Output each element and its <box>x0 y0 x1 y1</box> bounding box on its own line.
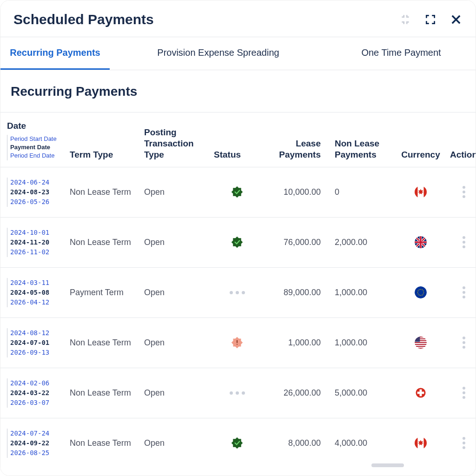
date-block: 2024-10-01 2024-11-20 2026-11-02 <box>7 228 70 257</box>
posting-type: Open <box>144 388 214 398</box>
exit-fullscreen-icon[interactable] <box>399 13 411 26</box>
tabs: Recurring Payments Provision Expense Spr… <box>0 37 476 70</box>
date-block: 2024-06-24 2024-08-23 2026-05-26 <box>7 178 70 207</box>
period-start-date: 2024-08-12 <box>10 328 70 338</box>
currency-flag-icon <box>395 186 446 198</box>
svg-point-17 <box>420 295 421 296</box>
svg-point-20 <box>417 292 418 293</box>
table-row: 2024-06-24 2024-08-23 2026-05-26 Non Lea… <box>0 167 476 218</box>
row-actions-button[interactable] <box>463 387 465 399</box>
payment-date: 2024-11-20 <box>10 238 70 247</box>
lease-payment: 26,000.00 <box>260 388 335 398</box>
date-block: 2024-08-12 2024-07-01 2026-09-13 <box>7 328 70 357</box>
non-lease-payment: 0 <box>335 187 395 197</box>
table-row: 2024-10-01 2024-11-20 2026-11-02 Non Lea… <box>0 218 476 268</box>
svg-rect-35 <box>415 345 427 346</box>
period-start-date: 2024-06-24 <box>10 178 70 187</box>
non-lease-payment: 2,000.00 <box>335 238 395 247</box>
currency-flag-icon <box>395 387 446 399</box>
currency-flag-icon <box>395 337 446 349</box>
tab-provision-expense-spreading[interactable]: Provision Expense Spreading <box>110 37 327 70</box>
svg-rect-39 <box>415 337 420 342</box>
svg-point-12 <box>422 290 423 291</box>
payment-date: 2024-05-08 <box>10 288 70 298</box>
lease-payment: 89,000.00 <box>260 288 335 298</box>
svg-point-11 <box>420 289 421 290</box>
period-start-date: 2024-10-01 <box>10 228 70 238</box>
svg-rect-24 <box>237 344 238 345</box>
lease-payment: 76,000.00 <box>260 238 335 247</box>
period-end-date: 2026-08-25 <box>10 448 70 458</box>
row-actions-button[interactable] <box>463 437 465 449</box>
svg-rect-45 <box>415 437 418 449</box>
svg-rect-42 <box>417 392 424 394</box>
lease-payment: 1,000.00 <box>260 338 335 348</box>
horizontal-scrollbar[interactable] <box>7 468 469 472</box>
term-type: Non Lease Term <box>70 438 144 448</box>
col-date: Date <box>7 121 70 131</box>
posting-type: Open <box>144 187 214 197</box>
svg-point-16 <box>422 295 423 296</box>
col-date-start: Period Start Date <box>10 135 70 143</box>
svg-rect-3 <box>424 186 427 198</box>
pagination: Records per page: 16 1-16 of 152 <box>0 472 476 476</box>
svg-rect-26 <box>415 337 427 337</box>
non-lease-payment: 4,000.00 <box>335 438 395 448</box>
col-posting: Posting Transaction Type <box>144 127 214 160</box>
tab-recurring-payments[interactable]: Recurring Payments <box>0 37 110 70</box>
term-type: Non Lease Term <box>70 187 144 197</box>
period-start-date: 2024-07-24 <box>10 429 70 438</box>
status-icon <box>214 236 260 249</box>
posting-type: Open <box>144 288 214 298</box>
col-currency: Currency <box>395 149 446 160</box>
period-end-date: 2026-05-26 <box>10 197 70 207</box>
svg-rect-9 <box>415 241 427 243</box>
period-start-date: 2024-03-11 <box>10 278 70 288</box>
payment-date: 2024-03-22 <box>10 388 70 398</box>
svg-rect-27 <box>415 337 427 338</box>
table-row: 2024-08-12 2024-07-01 2026-09-13 Non Lea… <box>0 318 476 368</box>
close-icon[interactable] <box>450 13 463 26</box>
lease-payment: 10,000.00 <box>260 187 335 197</box>
col-lease-payments: Lease Payments <box>260 138 335 160</box>
svg-point-13 <box>423 291 424 291</box>
svg-rect-32 <box>415 342 427 343</box>
status-icon <box>214 291 260 294</box>
svg-point-14 <box>423 292 424 293</box>
table-row: 2024-02-06 2024-03-22 2026-03-07 Non Lea… <box>0 368 476 418</box>
term-type: Non Lease Term <box>70 238 144 247</box>
non-lease-payment: 1,000.00 <box>335 288 395 298</box>
status-icon <box>214 391 260 395</box>
col-term-type: Term Type <box>70 149 144 160</box>
col-status: Status <box>214 149 260 160</box>
posting-type: Open <box>144 338 214 348</box>
date-block: 2024-07-24 2024-09-22 2026-08-25 <box>7 429 70 458</box>
row-actions-button[interactable] <box>463 236 465 248</box>
payment-date: 2024-09-22 <box>10 438 70 448</box>
row-actions-button[interactable] <box>463 286 465 298</box>
posting-type: Open <box>144 238 214 247</box>
row-actions-button[interactable] <box>463 186 465 198</box>
row-actions-button[interactable] <box>463 337 465 349</box>
page-title: Scheduled Payments <box>13 12 154 27</box>
svg-point-15 <box>423 294 424 295</box>
svg-rect-37 <box>415 347 427 348</box>
term-type: Non Lease Term <box>70 388 144 398</box>
col-action: Action <box>446 149 476 160</box>
svg-rect-33 <box>415 343 427 344</box>
payment-date: 2024-08-23 <box>10 187 70 197</box>
svg-rect-34 <box>415 344 427 345</box>
period-start-date: 2024-02-06 <box>10 378 70 388</box>
period-end-date: 2026-03-07 <box>10 398 70 408</box>
col-non-lease-payments: Non Lease Payments <box>335 138 395 160</box>
svg-rect-2 <box>415 186 418 198</box>
table-row: 2024-03-11 2024-05-08 2026-04-12 Payment… <box>0 268 476 318</box>
section-title: Recurring Payments <box>0 70 476 112</box>
svg-rect-46 <box>424 437 427 449</box>
fullscreen-icon[interactable] <box>424 13 436 26</box>
date-block: 2024-03-11 2024-05-08 2026-04-12 <box>7 278 70 307</box>
period-end-date: 2026-04-12 <box>10 298 70 307</box>
tab-one-time-payment[interactable]: One Time Payment <box>327 37 476 70</box>
currency-flag-icon <box>395 286 446 298</box>
svg-point-10 <box>415 286 427 298</box>
